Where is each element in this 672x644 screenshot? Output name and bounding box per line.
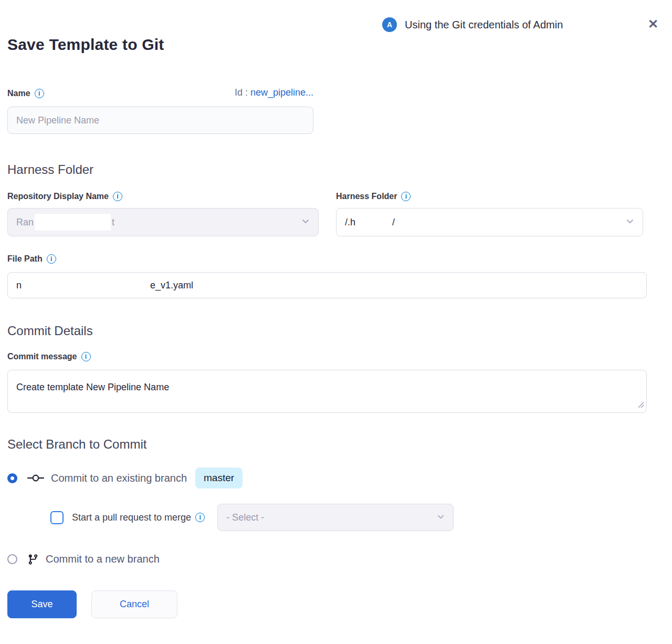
name-label: Name: [7, 89, 30, 98]
name-input[interactable]: [7, 107, 313, 134]
git-credentials-badge: A Using the Git credentials of Admin: [382, 17, 563, 32]
commit-message-info-icon[interactable]: i: [81, 352, 91, 361]
target-branch-select[interactable]: - Select -: [217, 504, 454, 531]
git-branch-icon: [27, 554, 39, 565]
save-template-to-git-dialog: A Using the Git credentials of Admin ✕ S…: [0, 0, 672, 644]
pull-request-label: Start a pull request to merge: [72, 512, 191, 523]
git-credentials-text: Using the Git credentials of Admin: [405, 19, 563, 31]
chevron-down-icon: [437, 512, 445, 523]
target-branch-placeholder: - Select -: [226, 512, 264, 523]
commit-message-textarea[interactable]: Create template New Pipeline Name: [7, 370, 647, 413]
file-path-value-end: e_v1.yaml: [150, 280, 193, 291]
harness-folder-select[interactable]: /.h/: [336, 208, 643, 236]
pull-request-row: Start a pull request to merge i - Select…: [50, 504, 647, 531]
select-branch-heading: Select Branch to Commit: [7, 437, 647, 452]
commit-details-heading: Commit Details: [7, 324, 647, 338]
file-path-value-start: n: [16, 280, 22, 291]
radio-existing-branch[interactable]: [7, 473, 17, 483]
close-icon[interactable]: ✕: [648, 18, 658, 30]
branch-chip[interactable]: master: [195, 468, 243, 489]
new-branch-label: Commit to a new branch: [46, 553, 160, 565]
pull-request-info-icon[interactable]: i: [195, 513, 205, 522]
resize-handle[interactable]: [638, 401, 644, 410]
name-label-row: Name i Id : new_pipeline...: [7, 87, 313, 98]
folder-value-start: /.h: [345, 217, 355, 228]
redaction-block: [355, 214, 392, 231]
repository-label: Repository Display Name: [7, 192, 109, 201]
id-prefix: Id :: [235, 87, 248, 98]
repository-value-end: t: [112, 217, 114, 228]
redaction-block: [22, 277, 150, 294]
id-link[interactable]: new_pipeline...: [250, 87, 313, 98]
repository-info-icon[interactable]: i: [113, 192, 122, 201]
existing-branch-label: Commit to an existing branch: [51, 472, 187, 484]
repository-select[interactable]: Rant: [7, 208, 319, 236]
file-path-info-icon[interactable]: i: [47, 254, 56, 264]
folder-value-end: /: [392, 217, 395, 228]
file-path-label: File Path: [7, 254, 43, 264]
folder-info-icon[interactable]: i: [401, 192, 411, 201]
cancel-button[interactable]: Cancel: [91, 590, 177, 618]
new-branch-row: Commit to a new branch: [7, 553, 647, 565]
radio-new-branch[interactable]: [7, 554, 17, 564]
existing-branch-row: Commit to an existing branch master: [7, 468, 647, 489]
repository-value-start: Ran: [16, 217, 34, 228]
harness-folder-heading: Harness Folder: [7, 162, 647, 177]
name-info-icon[interactable]: i: [35, 89, 44, 98]
avatar: A: [382, 17, 397, 32]
dialog-title: Save Template to Git: [7, 36, 647, 54]
redaction-block: [35, 214, 111, 231]
commit-icon: [27, 473, 44, 483]
folder-label: Harness Folder: [336, 192, 397, 201]
chevron-down-icon: [626, 217, 634, 228]
save-button[interactable]: Save: [7, 590, 77, 618]
file-path-input[interactable]: ne_v1.yaml: [7, 272, 647, 298]
chevron-down-icon: [301, 217, 310, 228]
commit-message-label: Commit message: [7, 352, 77, 361]
pull-request-checkbox[interactable]: [50, 511, 64, 524]
